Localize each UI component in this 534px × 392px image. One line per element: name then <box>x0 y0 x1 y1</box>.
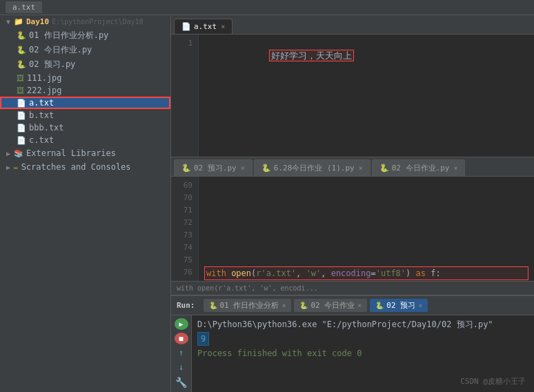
code-line-71 <box>204 242 528 254</box>
folder-label: Day10 <box>26 17 49 26</box>
tree-file-02py-today[interactable]: 🐍 02 今日作业.py <box>0 43 170 57</box>
run-controls: ▶ ■ ↑ ↓ 🔧 <box>171 315 192 392</box>
tab-label: 6.28今日作业 (1).py <box>274 163 355 173</box>
tree-file-02py-preview[interactable]: 🐍 02 预习.py <box>0 57 170 72</box>
output-line-command: D:\Python36\python36.exe "E:/pythonProje… <box>197 318 528 331</box>
tab-close[interactable]: × <box>241 164 245 172</box>
kw-open: open <box>231 268 251 278</box>
run-play-button[interactable]: ▶ <box>175 318 188 330</box>
tab-icon: 📄 <box>181 22 191 31</box>
folder-path: E:\pythonProject\Day10 <box>52 18 143 26</box>
folder-icon: 📁 <box>14 17 23 26</box>
file-label: a.txt <box>29 98 54 108</box>
line-num: 71 <box>171 204 192 217</box>
editor-middle: 🐍 02 预习.py × 🐍 6.28今日作业 (1).py × 🐍 02 今日… <box>171 157 534 295</box>
file-label: 222.jpg <box>27 86 62 95</box>
py-icon: 🐍 <box>17 46 26 55</box>
run-label: Run: <box>177 301 195 310</box>
tree-external-libs[interactable]: ▶ 📚 External Libraries <box>0 146 170 160</box>
str-w: 'w' <box>306 268 322 278</box>
run-tab-close3[interactable]: × <box>418 302 422 309</box>
tree-file-01py[interactable]: 🐍 01 作日作业分析.py <box>0 28 170 43</box>
file-label: bbb.txt <box>29 123 64 133</box>
txt-icon: 📄 <box>17 124 26 133</box>
run-stop-button[interactable]: ■ <box>175 333 188 344</box>
tab-preview-py[interactable]: 🐍 02 预习.py × <box>174 159 253 176</box>
editor-area: 📄 a.txt × 1 好好学习，天天向上 <box>171 15 534 392</box>
tree-file-111jpg[interactable]: 🖼 111.jpg <box>0 72 170 84</box>
tab-label: 02 今日作业.py <box>392 163 450 173</box>
run-scroll-up[interactable]: ↑ <box>175 347 188 359</box>
tree-file-ctxt[interactable]: 📄 c.txt <box>0 134 170 146</box>
tab-close3[interactable]: × <box>453 164 457 172</box>
run-scroll-down[interactable]: ↓ <box>175 361 188 373</box>
run-tab-close[interactable]: × <box>281 302 286 309</box>
tab-today-py[interactable]: 🐍 02 今日作业.py × <box>372 159 466 176</box>
run-icon-preview: 🐍 <box>375 302 384 309</box>
file-label: c.txt <box>29 135 54 145</box>
tab-icon-py3: 🐍 <box>379 164 389 173</box>
txt-icon: 📄 <box>17 111 26 120</box>
tab-atxt[interactable]: 📄 a.txt × <box>174 19 233 34</box>
tree-file-bbbtxt[interactable]: 📄 bbb.txt <box>0 121 170 134</box>
editor-middle-content: 69 70 71 72 73 74 75 76 77 with open(r'a… <box>171 177 534 281</box>
run-tab-close2[interactable]: × <box>357 302 362 309</box>
watermark: CSDN @皮糖小王子 <box>460 376 526 386</box>
run-tab-label: 02 预习 <box>386 300 415 311</box>
tab-close[interactable]: × <box>221 23 225 30</box>
str-atxt: r'a.txt' <box>256 268 296 278</box>
kw-encoding: encoding <box>331 268 371 278</box>
file-label: b.txt <box>29 110 54 120</box>
highlighted-text: 好好学习，天天向上 <box>269 50 354 61</box>
txt-icon: 📄 <box>17 99 26 108</box>
run-tab-01[interactable]: 🐍 01 作日作业分析 × <box>204 299 292 312</box>
run-extra-btn[interactable]: 🔧 <box>175 375 188 389</box>
run-tab-02today[interactable]: 🐍 02 今日作业 × <box>294 299 367 312</box>
code-line-70 <box>204 217 528 229</box>
line-num: 70 <box>171 192 192 204</box>
run-icon-02: 🐍 <box>299 302 308 309</box>
tree-file-atxt[interactable]: 📄 a.txt <box>0 97 170 109</box>
kw-with: with <box>206 268 226 278</box>
line-num: 69 <box>171 179 192 192</box>
img-icon: 🖼 <box>17 74 24 83</box>
tab-icon-py2: 🐍 <box>261 164 271 173</box>
line-numbers-middle: 69 70 71 72 73 74 75 76 77 <box>171 177 199 281</box>
run-tab-preview[interactable]: 🐍 02 预习 × <box>370 299 428 312</box>
folder-arrow: ▼ <box>3 18 14 26</box>
top-bar: a.txt <box>0 0 534 15</box>
editor-top: 📄 a.txt × 1 好好学习，天天向上 <box>171 15 534 157</box>
py-icon: 🐍 <box>17 31 26 40</box>
tree-scratches[interactable]: ▶ ✏️ Scratches and Consoles <box>0 160 170 174</box>
code-area-top[interactable]: 好好学习，天天向上 <box>199 35 534 157</box>
code-area-middle[interactable]: with open(r'a.txt', 'w', encoding='utf8'… <box>199 177 534 281</box>
run-tabs: Run: 🐍 01 作日作业分析 × 🐍 02 今日作业 × 🐍 02 预习 <box>171 296 534 315</box>
tab-label: 02 预习.py <box>194 163 237 173</box>
run-icon-01: 🐍 <box>209 302 217 309</box>
folder-arrow: ▶ <box>3 164 14 171</box>
run-tab-label: 01 作日作业分析 <box>220 300 279 311</box>
run-tab-label: 02 今日作业 <box>310 300 355 311</box>
top-tab[interactable]: a.txt <box>6 1 42 13</box>
kw-as: as <box>416 268 426 278</box>
sidebar: ▼ 📁 Day10 E:\pythonProject\Day10 🐍 01 作日… <box>0 15 171 392</box>
editor-top-tabs: 📄 a.txt × <box>171 15 534 35</box>
tree-folder-day10[interactable]: ▼ 📁 Day10 E:\pythonProject\Day10 <box>0 15 170 28</box>
output-line-number: 9 <box>197 331 528 347</box>
code-line-69 <box>204 192 528 204</box>
line-num: 72 <box>171 217 192 229</box>
scratches-label: Scratches and Consoles <box>21 162 131 172</box>
file-label: 02 今日作业.py <box>29 44 92 56</box>
tab-628py[interactable]: 🐍 6.28今日作业 (1).py × <box>254 159 370 176</box>
run-wrench-icon: 🔧 <box>175 375 188 389</box>
tab-close2[interactable]: × <box>359 164 363 172</box>
editor-middle-tabs: 🐍 02 预习.py × 🐍 6.28今日作业 (1).py × 🐍 02 今日… <box>171 157 534 177</box>
line-num: 75 <box>171 254 192 266</box>
status-text: with open(r'a.txt', 'w', encodi... <box>177 284 318 292</box>
file-label: 111.jpg <box>27 73 62 83</box>
img-icon: 🖼 <box>17 86 24 95</box>
tree-file-222jpg[interactable]: 🖼 222.jpg <box>0 84 170 97</box>
editor-top-content: 1 好好学习，天天向上 <box>171 35 534 157</box>
tree-file-btxt[interactable]: 📄 b.txt <box>0 109 170 121</box>
tab-label: a.txt <box>194 22 217 31</box>
